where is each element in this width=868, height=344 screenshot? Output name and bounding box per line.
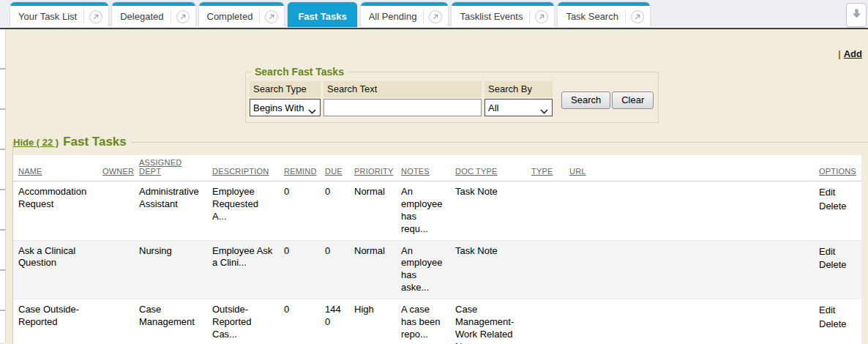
edit-link[interactable]: Edit xyxy=(819,186,856,200)
tab-label: Delegated xyxy=(120,11,163,22)
tab-label: Task Search xyxy=(566,11,618,22)
chevron-down-icon xyxy=(308,105,316,116)
cell-owner xyxy=(97,299,134,344)
edit-link[interactable]: Edit xyxy=(819,304,856,318)
cell-url xyxy=(564,240,814,299)
add-line: |Add xyxy=(12,29,868,61)
tab-tasklist-events[interactable]: Tasklist Events xyxy=(452,2,554,27)
cell-name: Case Outside-Reported xyxy=(13,299,97,344)
cell-name: Accommodation Request xyxy=(13,182,97,241)
open-in-window-icon[interactable] xyxy=(429,10,442,23)
tab-divider xyxy=(83,10,84,23)
open-in-window-icon[interactable] xyxy=(535,10,548,23)
column-header-owner[interactable]: OWNER xyxy=(97,155,134,182)
column-header-notes[interactable]: NOTES xyxy=(396,155,450,182)
open-in-window-icon[interactable] xyxy=(631,10,644,23)
tab-divider xyxy=(259,10,260,23)
search-type-label: Search Type xyxy=(250,81,321,97)
cell-notes: An employee has requ... xyxy=(396,182,450,241)
column-header-assigned-dept[interactable]: ASSIGNED DEPT xyxy=(134,155,207,182)
cell-description: Outside-Reported Cas... xyxy=(207,299,279,344)
search-panel-title: Search Fast Tasks xyxy=(251,66,348,78)
tab-label: Completed xyxy=(207,11,253,22)
tab-divider xyxy=(625,10,626,23)
cell-notes: An employee has aske... xyxy=(396,240,450,299)
table-header-row: NAMEOWNERASSIGNED DEPTDESCRIPTIONREMINDD… xyxy=(13,155,861,182)
column-header-name[interactable]: NAME xyxy=(13,155,97,182)
open-in-window-icon[interactable] xyxy=(89,10,102,23)
table-row: Ask a Clinical QuestionNursingEmployee A… xyxy=(13,240,861,299)
tab-label: Your Task List xyxy=(18,11,77,22)
column-header-type[interactable]: TYPE xyxy=(526,155,564,182)
tab-divider xyxy=(423,10,424,23)
cell-owner xyxy=(97,182,134,241)
cell-doc-type: Task Note xyxy=(450,182,526,241)
search-panel: Search Fast Tasks Search Type Begins Wit… xyxy=(245,66,659,123)
search-text-input[interactable] xyxy=(323,99,482,116)
tab-your-task-list[interactable]: Your Task List xyxy=(10,2,108,27)
cell-doc-type: Task Note xyxy=(450,240,526,299)
cell-options: EditDelete xyxy=(814,182,861,241)
tab-completed[interactable]: Completed xyxy=(199,2,285,27)
search-type-select[interactable]: Begins With xyxy=(250,99,321,116)
cell-type xyxy=(526,240,564,299)
tab-divider xyxy=(171,10,171,23)
add-link[interactable]: Add xyxy=(844,48,862,59)
main-area: |Add Search Fast Tasks Search Type Begin… xyxy=(6,29,868,343)
delete-link[interactable]: Delete xyxy=(819,318,856,332)
add-separator: | xyxy=(838,48,840,59)
cell-assigned-dept: Nursing xyxy=(134,240,207,299)
cell-priority: High xyxy=(349,299,396,344)
table-row: Accommodation RequestAdministrative Assi… xyxy=(13,182,861,241)
cell-url xyxy=(564,182,814,241)
cell-remind: 0 xyxy=(279,182,320,241)
tab-task-search[interactable]: Task Search xyxy=(558,2,650,27)
fast-tasks-table: NAMEOWNERASSIGNED DEPTDESCRIPTIONREMINDD… xyxy=(13,155,861,344)
chevron-down-icon xyxy=(540,105,548,116)
tab-divider xyxy=(529,10,530,23)
cell-assigned-dept: Administrative Assistant xyxy=(134,182,207,241)
search-button[interactable]: Search xyxy=(561,91,610,109)
cell-remind: 0 xyxy=(279,299,320,344)
fast-tasks-section: Hide ( 22 ) Fast Tasks NAMEOWNERASSIGNED… xyxy=(12,135,868,344)
delete-link[interactable]: Delete xyxy=(819,200,856,214)
column-header-doc-type[interactable]: DOC TYPE xyxy=(450,155,526,182)
search-by-select[interactable]: All xyxy=(484,99,553,116)
cell-options: EditDelete xyxy=(814,299,861,344)
column-header-url[interactable]: URL xyxy=(564,155,814,182)
tab-all-pending[interactable]: All Pending xyxy=(361,2,449,27)
open-in-window-icon[interactable] xyxy=(176,10,190,23)
edit-link[interactable]: Edit xyxy=(819,245,856,259)
search-by-label: Search By xyxy=(484,81,553,97)
cell-priority: Normal xyxy=(349,182,396,241)
app-window: Your Task ListDelegatedCompletedFast Tas… xyxy=(0,0,868,344)
cell-type xyxy=(526,299,564,344)
cell-due: 0 xyxy=(320,182,349,241)
column-header-remind[interactable]: REMIND xyxy=(279,155,320,182)
open-in-window-icon[interactable] xyxy=(265,10,278,23)
tab-scroll-down-button[interactable] xyxy=(846,3,867,27)
cell-type xyxy=(526,182,564,241)
hide-count-link[interactable]: Hide ( 22 ) xyxy=(13,137,59,148)
clear-button[interactable]: Clear xyxy=(612,91,654,109)
cell-assigned-dept: Case Management xyxy=(134,299,207,344)
column-header-priority[interactable]: PRIORITY xyxy=(349,155,396,182)
delete-link[interactable]: Delete xyxy=(819,258,856,272)
search-text-label: Search Text xyxy=(323,81,482,97)
cell-url xyxy=(564,299,814,344)
panel-resize-gutter[interactable] xyxy=(0,29,6,343)
cell-priority: Normal xyxy=(349,240,396,299)
table-row: Case Outside-ReportedCase ManagementOuts… xyxy=(13,299,861,344)
tab-label: Tasklist Events xyxy=(460,11,523,22)
cell-description: Employee Ask a Clini... xyxy=(207,240,279,299)
tab-delegated[interactable]: Delegated xyxy=(112,2,195,27)
tab-bar: Your Task ListDelegatedCompletedFast Tas… xyxy=(0,0,868,29)
down-arrow-icon xyxy=(851,8,862,23)
cell-options: EditDelete xyxy=(814,240,861,299)
tab-fast-tasks[interactable]: Fast Tasks xyxy=(288,2,356,27)
column-header-description[interactable]: DESCRIPTION xyxy=(207,155,279,182)
column-header-options[interactable]: OPTIONS xyxy=(814,155,861,182)
cell-notes: A case has been repo... xyxy=(396,299,450,344)
column-header-due[interactable]: DUE xyxy=(320,155,349,182)
cell-remind: 0 xyxy=(279,240,320,299)
